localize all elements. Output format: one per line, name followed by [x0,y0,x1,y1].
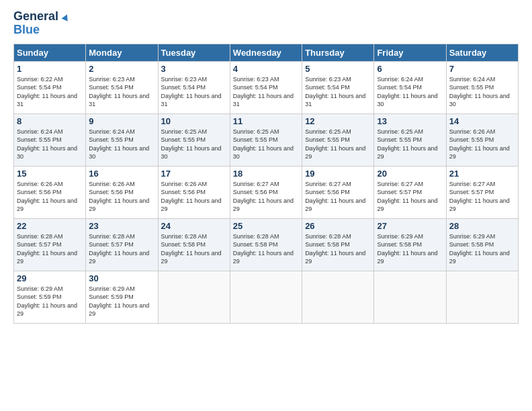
day-number: 15 [17,169,83,179]
day-header: Tuesday [158,44,230,61]
cell-info: Sunrise: 6:25 AMSunset: 5:55 PMDaylight:… [233,128,294,161]
day-number: 27 [377,221,443,231]
calendar-cell: 14Sunrise: 6:26 AMSunset: 5:55 PMDayligh… [446,113,518,166]
calendar-cell [446,271,518,323]
cell-info: Sunrise: 6:27 AMSunset: 5:56 PMDaylight:… [305,181,365,213]
cell-info: Sunrise: 6:29 AMSunset: 5:59 PMDaylight:… [17,285,77,318]
calendar-cell: 29Sunrise: 6:29 AMSunset: 5:59 PMDayligh… [14,271,86,323]
calendar-cell: 10Sunrise: 6:25 AMSunset: 5:55 PMDayligh… [158,113,230,166]
cell-info: Sunrise: 6:25 AMSunset: 5:55 PMDaylight:… [161,128,222,161]
cell-info: Sunrise: 6:24 AMSunset: 5:55 PMDaylight:… [89,128,149,161]
cell-info: Sunrise: 6:27 AMSunset: 5:57 PMDaylight:… [449,181,510,213]
cell-info: Sunrise: 6:22 AMSunset: 5:54 PMDaylight:… [17,76,77,108]
cell-info: Sunrise: 6:29 AMSunset: 5:59 PMDaylight:… [89,285,149,318]
day-number: 22 [17,221,83,231]
calendar-cell: 2Sunrise: 6:23 AMSunset: 5:54 PMDaylight… [86,61,158,113]
calendar-cell: 12Sunrise: 6:25 AMSunset: 5:55 PMDayligh… [302,113,374,166]
cell-info: Sunrise: 6:28 AMSunset: 5:57 PMDaylight:… [17,233,77,265]
calendar-cell: 24Sunrise: 6:28 AMSunset: 5:58 PMDayligh… [158,218,230,271]
day-number: 10 [161,116,227,126]
day-number: 24 [161,221,227,231]
calendar-cell: 27Sunrise: 6:29 AMSunset: 5:58 PMDayligh… [374,218,446,271]
calendar-cell: 4Sunrise: 6:23 AMSunset: 5:54 PMDaylight… [230,61,302,113]
calendar-cell: 18Sunrise: 6:27 AMSunset: 5:56 PMDayligh… [230,166,302,218]
day-number: 21 [449,169,515,179]
day-number: 9 [89,116,154,126]
day-number: 14 [449,116,515,126]
day-number: 11 [233,116,299,126]
day-number: 4 [233,64,299,74]
day-number: 12 [305,116,371,126]
day-number: 16 [89,169,154,179]
day-header: Saturday [446,44,518,61]
calendar-cell [158,271,230,323]
day-number: 3 [161,64,227,74]
calendar-cell: 8Sunrise: 6:24 AMSunset: 5:55 PMDaylight… [14,113,86,166]
day-number: 23 [89,221,154,231]
calendar-cell: 16Sunrise: 6:26 AMSunset: 5:56 PMDayligh… [86,166,158,218]
logo-line2: Blue [13,24,40,37]
cell-info: Sunrise: 6:29 AMSunset: 5:58 PMDaylight:… [377,233,437,265]
calendar-cell: 11Sunrise: 6:25 AMSunset: 5:55 PMDayligh… [230,113,302,166]
day-number: 2 [89,64,154,74]
calendar-table: SundayMondayTuesdayWednesdayThursdayFrid… [13,44,519,324]
cell-info: Sunrise: 6:29 AMSunset: 5:58 PMDaylight:… [449,233,510,265]
calendar-cell: 7Sunrise: 6:24 AMSunset: 5:55 PMDaylight… [446,61,518,113]
cell-info: Sunrise: 6:26 AMSunset: 5:56 PMDaylight:… [161,181,222,213]
cell-info: Sunrise: 6:23 AMSunset: 5:54 PMDaylight:… [161,76,222,108]
calendar-cell: 13Sunrise: 6:25 AMSunset: 5:55 PMDayligh… [374,113,446,166]
calendar-cell [230,271,302,323]
day-number: 19 [305,169,371,179]
calendar-cell: 26Sunrise: 6:28 AMSunset: 5:58 PMDayligh… [302,218,374,271]
cell-info: Sunrise: 6:26 AMSunset: 5:55 PMDaylight:… [449,128,510,161]
calendar-cell: 17Sunrise: 6:26 AMSunset: 5:56 PMDayligh… [158,166,230,218]
day-number: 6 [377,64,443,74]
logo: General Blue [13,10,69,37]
day-number: 18 [233,169,299,179]
logo-line1: General [13,10,69,24]
cell-info: Sunrise: 6:24 AMSunset: 5:54 PMDaylight:… [377,76,437,108]
calendar-cell: 25Sunrise: 6:28 AMSunset: 5:58 PMDayligh… [230,218,302,271]
calendar-cell: 28Sunrise: 6:29 AMSunset: 5:58 PMDayligh… [446,218,518,271]
cell-info: Sunrise: 6:28 AMSunset: 5:58 PMDaylight:… [161,233,222,265]
day-header: Monday [86,44,158,61]
cell-info: Sunrise: 6:26 AMSunset: 5:56 PMDaylight:… [89,181,149,213]
calendar-cell: 5Sunrise: 6:23 AMSunset: 5:54 PMDaylight… [302,61,374,113]
day-number: 5 [305,64,371,74]
calendar-cell: 15Sunrise: 6:26 AMSunset: 5:56 PMDayligh… [14,166,86,218]
cell-info: Sunrise: 6:27 AMSunset: 5:56 PMDaylight:… [233,181,294,213]
cell-info: Sunrise: 6:28 AMSunset: 5:58 PMDaylight:… [305,233,365,265]
day-number: 30 [89,273,154,283]
cell-info: Sunrise: 6:28 AMSunset: 5:57 PMDaylight:… [89,233,149,265]
calendar-cell [302,271,374,323]
day-header: Friday [374,44,446,61]
cell-info: Sunrise: 6:24 AMSunset: 5:55 PMDaylight:… [449,76,510,108]
cell-info: Sunrise: 6:28 AMSunset: 5:58 PMDaylight:… [233,233,294,265]
calendar-cell [374,271,446,323]
calendar-cell: 3Sunrise: 6:23 AMSunset: 5:54 PMDaylight… [158,61,230,113]
day-number: 25 [233,221,299,231]
day-number: 1 [17,64,83,74]
page: General Blue SundayMondayTuesdayWednesda… [0,0,532,411]
cell-info: Sunrise: 6:23 AMSunset: 5:54 PMDaylight:… [233,76,294,108]
day-number: 29 [17,273,83,283]
cell-info: Sunrise: 6:26 AMSunset: 5:56 PMDaylight:… [17,181,77,213]
calendar-cell: 1Sunrise: 6:22 AMSunset: 5:54 PMDaylight… [14,61,86,113]
cell-info: Sunrise: 6:23 AMSunset: 5:54 PMDaylight:… [89,76,149,108]
day-header: Wednesday [230,44,302,61]
cell-info: Sunrise: 6:27 AMSunset: 5:57 PMDaylight:… [377,181,437,213]
day-number: 13 [377,116,443,126]
day-number: 28 [449,221,515,231]
calendar-cell: 30Sunrise: 6:29 AMSunset: 5:59 PMDayligh… [86,271,158,323]
day-number: 26 [305,221,371,231]
day-number: 7 [449,64,515,74]
day-number: 20 [377,169,443,179]
calendar-cell: 9Sunrise: 6:24 AMSunset: 5:55 PMDaylight… [86,113,158,166]
day-number: 8 [17,116,83,126]
calendar-cell: 19Sunrise: 6:27 AMSunset: 5:56 PMDayligh… [302,166,374,218]
calendar-cell: 21Sunrise: 6:27 AMSunset: 5:57 PMDayligh… [446,166,518,218]
day-number: 17 [161,169,227,179]
day-header: Thursday [302,44,374,61]
cell-info: Sunrise: 6:23 AMSunset: 5:54 PMDaylight:… [305,76,365,108]
cell-info: Sunrise: 6:25 AMSunset: 5:55 PMDaylight:… [305,128,365,161]
